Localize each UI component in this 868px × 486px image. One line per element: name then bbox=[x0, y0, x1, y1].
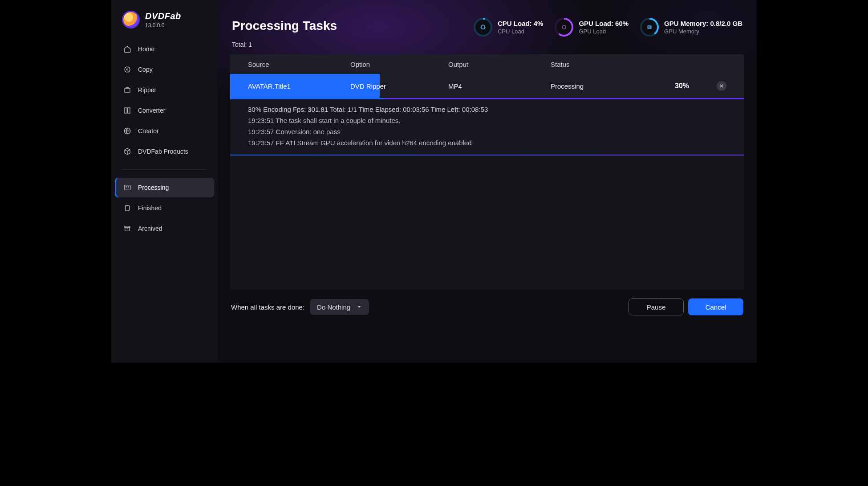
converter-icon bbox=[123, 106, 132, 115]
home-icon bbox=[123, 45, 132, 53]
cancel-label: Cancel bbox=[706, 303, 726, 311]
sidebar-item-label: Archived bbox=[138, 225, 162, 232]
nav-secondary: Processing Finished Archived bbox=[111, 175, 218, 241]
main-content: Processing Tasks Total: 1 CPU Load: 4% C… bbox=[218, 0, 757, 363]
cpu-ring-icon bbox=[474, 18, 492, 37]
when-done-control: When all tasks are done: Do Nothing bbox=[231, 299, 369, 315]
sidebar-item-converter[interactable]: Converter bbox=[115, 101, 214, 120]
svg-rect-10 bbox=[482, 26, 485, 29]
nav-separator bbox=[122, 169, 207, 170]
sidebar-item-label: Processing bbox=[138, 184, 169, 191]
svg-point-2 bbox=[127, 69, 128, 70]
select-value: Do Nothing bbox=[317, 303, 350, 311]
svg-rect-4 bbox=[125, 108, 127, 113]
sidebar-item-copy[interactable]: Copy bbox=[115, 60, 214, 79]
svg-point-1 bbox=[125, 67, 130, 72]
ripper-icon bbox=[123, 86, 132, 94]
when-done-select[interactable]: Do Nothing bbox=[310, 299, 369, 315]
copy-icon bbox=[123, 65, 132, 74]
svg-rect-3 bbox=[125, 88, 130, 92]
gpumem-title: GPU Memory: 0.8/2.0 GB bbox=[664, 20, 742, 27]
col-source: Source bbox=[248, 61, 350, 68]
svg-rect-9 bbox=[125, 226, 130, 228]
cpu-title: CPU Load: 4% bbox=[498, 20, 544, 27]
svg-rect-8 bbox=[126, 205, 130, 211]
svg-rect-7 bbox=[124, 185, 130, 190]
app-window: DVDFab 13.0.0.0 Home Copy Ripper Convert… bbox=[111, 0, 757, 363]
archive-icon bbox=[123, 224, 132, 233]
col-status: Status bbox=[551, 61, 664, 68]
sidebar-item-home[interactable]: Home bbox=[115, 39, 214, 59]
log-line: 19:23:51 The task shall start in a coupl… bbox=[248, 117, 726, 124]
svg-point-11 bbox=[562, 25, 566, 29]
sidebar-item-label: Creator bbox=[138, 127, 159, 135]
sidebar-item-label: Finished bbox=[138, 204, 162, 212]
sidebar-item-creator[interactable]: Creator bbox=[115, 121, 214, 141]
sidebar-item-ripper[interactable]: Ripper bbox=[115, 80, 214, 100]
total-count: Total: 1 bbox=[232, 41, 337, 48]
section-divider bbox=[230, 155, 744, 155]
tasks-icon bbox=[123, 183, 132, 192]
gpu-title: GPU Load: 60% bbox=[579, 20, 629, 27]
detail-summary: 30% Encoding Fps: 301.81 Total: 1/1 Time… bbox=[248, 106, 726, 113]
sidebar-item-label: Converter bbox=[138, 107, 165, 114]
row-status: Processing bbox=[551, 82, 664, 90]
brand-version: 13.0.0.0 bbox=[145, 22, 181, 29]
log-line: 19:23:57 Conversion: one pass bbox=[248, 128, 726, 135]
sidebar-item-archived[interactable]: Archived bbox=[115, 219, 214, 238]
footer-actions: Pause Cancel bbox=[629, 298, 743, 315]
app-logo-icon bbox=[122, 11, 140, 29]
sidebar-item-finished[interactable]: Finished bbox=[115, 198, 214, 218]
gpu-ring-icon bbox=[555, 18, 573, 37]
row-close-button[interactable] bbox=[717, 81, 726, 91]
cancel-button[interactable]: Cancel bbox=[688, 298, 743, 315]
sidebar-item-products[interactable]: DVDFab Products bbox=[115, 142, 214, 161]
row-option: DVD Ripper bbox=[350, 82, 448, 90]
sidebar-item-label: Copy bbox=[138, 66, 153, 73]
sidebar-item-processing[interactable]: Processing bbox=[115, 178, 214, 197]
gpu-gauge: GPU Load: 60% GPU Load bbox=[555, 18, 629, 37]
sidebar-item-label: DVDFab Products bbox=[138, 148, 188, 155]
page-title: Processing Tasks bbox=[232, 19, 337, 33]
row-details: 30% Encoding Fps: 301.81 Total: 1/1 Time… bbox=[230, 99, 744, 155]
creator-icon bbox=[123, 127, 132, 135]
gpumem-gauge: GPU Memory: 0.8/2.0 GB GPU Memory bbox=[640, 18, 742, 37]
brand-name: DVDFab bbox=[145, 11, 181, 21]
tasks-table: Source Option Output Status AVATAR.Title… bbox=[230, 54, 744, 290]
pause-button[interactable]: Pause bbox=[629, 298, 684, 315]
total-value: 1 bbox=[248, 41, 252, 48]
nav-primary: Home Copy Ripper Converter Creator DVDFa… bbox=[111, 37, 218, 164]
gpumem-sub: GPU Memory bbox=[664, 28, 742, 35]
cpu-gauge: CPU Load: 4% CPU Load bbox=[474, 18, 544, 37]
brand: DVDFab 13.0.0.0 bbox=[111, 11, 218, 37]
col-option: Option bbox=[350, 61, 448, 68]
row-percent: 30% bbox=[675, 82, 689, 90]
pause-label: Pause bbox=[647, 303, 666, 311]
total-label: Total: bbox=[232, 41, 247, 48]
empty-area bbox=[230, 155, 744, 290]
products-icon bbox=[123, 147, 132, 156]
footer: When all tasks are done: Do Nothing Paus… bbox=[218, 290, 757, 326]
system-gauges: CPU Load: 4% CPU Load GPU Load: 60% GPU … bbox=[474, 18, 742, 37]
cpu-sub: CPU Load bbox=[498, 28, 544, 35]
sidebar-item-label: Ripper bbox=[138, 86, 156, 94]
col-output: Output bbox=[448, 61, 551, 68]
sidebar: DVDFab 13.0.0.0 Home Copy Ripper Convert… bbox=[111, 0, 218, 363]
table-row[interactable]: AVATAR.Title1 DVD Ripper MP4 Processing … bbox=[230, 74, 744, 99]
row-output: MP4 bbox=[448, 82, 551, 90]
sidebar-item-label: Home bbox=[138, 45, 154, 53]
gpumem-ring-icon bbox=[640, 18, 659, 37]
when-done-label: When all tasks are done: bbox=[231, 303, 304, 311]
chevron-down-icon bbox=[357, 304, 362, 310]
row-source: AVATAR.Title1 bbox=[248, 82, 350, 90]
clipboard-icon bbox=[123, 204, 132, 212]
table-header: Source Option Output Status bbox=[230, 54, 744, 74]
svg-rect-5 bbox=[128, 108, 130, 113]
log-line: 19:23:57 FF ATI Stream GPU acceleration … bbox=[248, 139, 726, 147]
header: Processing Tasks Total: 1 CPU Load: 4% C… bbox=[218, 0, 757, 54]
gpu-sub: GPU Load bbox=[579, 28, 629, 35]
row-progress-bar bbox=[230, 98, 744, 99]
